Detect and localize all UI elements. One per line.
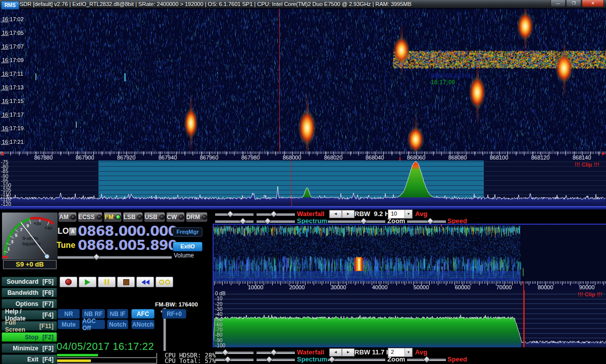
slider-thumb[interactable] (227, 211, 234, 218)
side-button-exit[interactable]: Exit[F4] (2, 354, 57, 364)
rf-rbw-label: RBW 9.2 Hz (355, 210, 393, 218)
rewind-button[interactable] (136, 277, 154, 287)
mode-button-drm[interactable]: DRM (186, 212, 208, 222)
slider-track (328, 358, 385, 361)
minimize-window-icon[interactable]: — (550, 0, 566, 7)
button-label: Exit (27, 356, 38, 363)
button-label: Minimize (13, 345, 38, 352)
af-scroll-right-button[interactable]: ► (342, 348, 355, 356)
rf-scroll-right-button[interactable]: ► (342, 210, 355, 218)
dsp-button-notch[interactable]: Notch (107, 320, 128, 329)
main-frequency-scale[interactable]: 8678808679008679208679408679608679808680… (0, 151, 606, 161)
waterfall-time-label: 16:17:19 (2, 125, 24, 131)
button-key: [F4] (42, 311, 54, 319)
slider-thumb[interactable] (239, 218, 246, 225)
rf-waterfall-contrast-slider[interactable] (215, 211, 254, 217)
freqmgr-button[interactable]: FreqMgr (173, 227, 203, 237)
tape-button[interactable] (156, 277, 173, 287)
cpu-usage-fill (57, 359, 91, 362)
af-waterfall-contrast-slider[interactable] (215, 349, 254, 355)
slider-thumb[interactable] (270, 211, 277, 218)
slider-thumb[interactable] (266, 356, 273, 363)
button-key: [F11] (39, 323, 54, 330)
af-speed-slider[interactable] (407, 356, 446, 362)
mode-button-am[interactable]: AM (58, 212, 77, 222)
af-spectrum-display[interactable] (214, 290, 606, 347)
af-waterfall-display[interactable] (214, 225, 606, 281)
mode-label: FM (105, 214, 113, 221)
side-button-soundcard[interactable]: Soundcard[F5] (2, 277, 57, 286)
slider-thumb[interactable] (360, 218, 367, 225)
mode-button-fm[interactable]: FM (104, 212, 122, 222)
mode-button-lsb[interactable]: LSB (123, 212, 143, 222)
side-button-stop[interactable]: Stop[F2] (2, 332, 57, 342)
frequency-tick-label: 868040 (360, 154, 390, 161)
dsp-button-rf+0[interactable]: RF+0 (162, 309, 186, 319)
s-meter-dial: 1 3 5 7 9 +20 +40 S-units Squelch (2, 213, 57, 258)
af-scroll-left-button[interactable]: ◄ (329, 348, 342, 356)
stop-button[interactable] (117, 277, 135, 287)
lo-lock-button[interactable]: A (69, 227, 77, 236)
dsp-button-agc-off[interactable]: AGC Off (82, 320, 105, 329)
rf-zoom-slider[interactable] (328, 218, 385, 224)
frequency-tick-label: 867920 (111, 154, 141, 161)
slider-thumb[interactable] (427, 218, 434, 225)
rf-spectrum-contrast-slider[interactable] (215, 218, 254, 224)
lo-frequency-value[interactable]: 0868.000.000 (78, 223, 177, 239)
close-window-icon[interactable]: ✕ (582, 0, 604, 7)
mode-led-icon (97, 215, 102, 220)
mode-selector: AMECSSFMLSBUSBCWDRM (58, 212, 208, 222)
tape-icon (159, 280, 170, 285)
extio-button[interactable]: ExtIO (173, 242, 203, 251)
frequency-tick-label: 868060 (401, 154, 431, 161)
maximize-window-icon[interactable]: ❐ (566, 0, 581, 7)
slider-thumb[interactable] (328, 356, 335, 363)
slider-thumb[interactable] (224, 356, 231, 363)
af-zoom-slider[interactable] (328, 356, 385, 362)
frequency-tick-label: 868000 (277, 154, 307, 161)
main-spectrum-display[interactable] (0, 161, 606, 206)
record-button[interactable] (60, 277, 77, 287)
af-spectrum-label: Spectrum (297, 355, 327, 363)
af-frequency-scale[interactable]: 1000020000300004000050000600007000080000… (214, 281, 606, 290)
volume-slider[interactable] (58, 254, 172, 259)
side-button-bandwidth[interactable]: Bandwidth[F6] (2, 288, 57, 297)
panel-divider (0, 206, 606, 210)
frequency-tick-label: 30000 (323, 284, 354, 290)
slider-thumb[interactable] (93, 253, 100, 261)
mode-button-usb[interactable]: USB (144, 212, 165, 222)
rf-spectrum-brightness-slider[interactable] (257, 218, 295, 224)
rf-speed-slider[interactable] (407, 218, 446, 224)
af-spectrum-brightness-slider[interactable] (257, 356, 295, 362)
dsp-button-nr[interactable]: NR (58, 309, 80, 319)
side-button-full-screen[interactable]: Full Screen[F11] (2, 321, 57, 331)
mode-button-ecss[interactable]: ECSS (78, 212, 103, 222)
side-button-help-update[interactable]: Help / Update[F4] (2, 310, 57, 320)
side-button-minimize[interactable]: Minimize[F3] (2, 343, 57, 353)
slider-thumb[interactable] (264, 218, 271, 225)
slider-thumb[interactable] (423, 356, 430, 363)
tune-frequency-value[interactable]: 0868.005.890 (78, 237, 177, 253)
meter-mode-badge[interactable]: RMS (1, 1, 19, 10)
dsp-button-nb-if[interactable]: NB IF (107, 309, 128, 319)
dsp-button-anotch[interactable]: ANotch (131, 320, 155, 329)
rf-spectrum-label: Spectrum (297, 217, 327, 225)
af-waterfall-brightness-slider[interactable] (257, 349, 295, 355)
pause-button[interactable] (98, 277, 116, 287)
rf-scroll-left-button[interactable]: ◄ (329, 210, 342, 218)
waterfall-time-label: 16:17:13 (2, 84, 24, 90)
slider-thumb[interactable] (222, 349, 229, 356)
frequency-tick-label: 40000 (365, 284, 395, 290)
svg-text:3: 3 (11, 239, 13, 244)
rf-zoom-label: Zoom (387, 217, 405, 225)
rf-waterfall-brightness-slider[interactable] (257, 211, 295, 217)
titlebar[interactable]: HDSDR [default] v2.76 | ExtIO_RTL2832.dl… (0, 0, 606, 9)
dsp-button-afc[interactable]: AFC (131, 309, 155, 319)
slider-thumb[interactable] (270, 349, 277, 356)
main-waterfall-display[interactable] (0, 9, 606, 151)
af-spectrum-contrast-slider[interactable] (215, 356, 254, 362)
dsp-button-mute[interactable]: Mute (58, 320, 80, 329)
play-button[interactable] (79, 277, 96, 287)
mode-button-cw[interactable]: CW (166, 212, 185, 222)
side-button-options[interactable]: Options[F7] (2, 299, 57, 308)
